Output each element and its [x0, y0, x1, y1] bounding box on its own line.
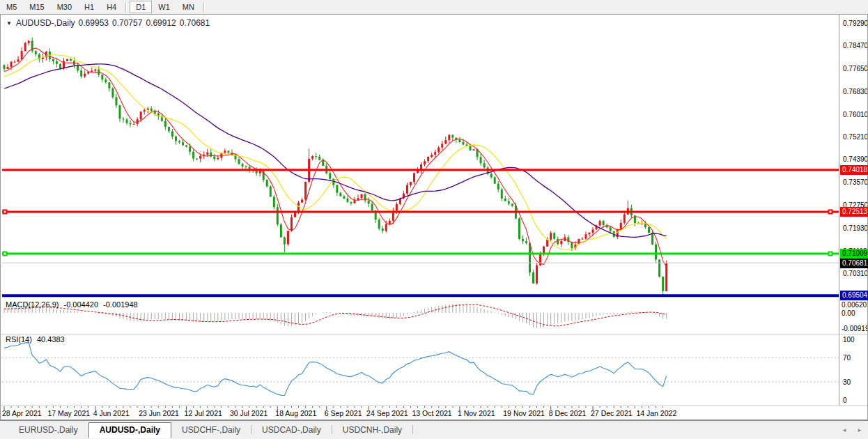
- tab-scroll-arrows: ◄ ►: [833, 427, 862, 433]
- svg-text:0.76010: 0.76010: [843, 111, 868, 118]
- macd-main-value: -0.004420: [63, 300, 98, 309]
- rsi-indicator-label: RSI(14) 40.4383: [6, 335, 68, 344]
- tab-audusd-daily[interactable]: AUDUSD-,Daily: [88, 422, 171, 438]
- timeframe-button-m30[interactable]: M30: [51, 1, 78, 13]
- rsi-name: RSI(14): [6, 335, 32, 344]
- svg-text:23 Jun 2021: 23 Jun 2021: [139, 409, 179, 417]
- svg-text:0.77650: 0.77650: [843, 65, 868, 72]
- svg-text:0.71930: 0.71930: [843, 224, 868, 232]
- chart-title: ▼ AUDUSD-,Daily 0.69953 0.70757 0.69912 …: [6, 18, 213, 28]
- price-label-resistance-lower: 0.72513: [840, 207, 868, 217]
- tab-usdcnh-daily[interactable]: USDCNH-,Daily: [332, 424, 412, 437]
- timeframe-button-d1[interactable]: D1: [130, 1, 152, 13]
- chart-tab-bar: EURUSD-,Daily AUDUSD-,Daily USDCHF-,Dail…: [0, 420, 868, 439]
- svg-text:28 Apr 2021: 28 Apr 2021: [2, 409, 42, 417]
- chart-canvas[interactable]: 0.792900.784700.776500.768300.760100.752…: [0, 14, 868, 420]
- svg-text:14 Jan 2022: 14 Jan 2022: [636, 409, 676, 417]
- ohlc-close: 0.70681: [180, 18, 210, 28]
- svg-text:0.76830: 0.76830: [843, 88, 868, 95]
- svg-text:100: 100: [843, 336, 855, 344]
- svg-text:30 Jul 2021: 30 Jul 2021: [230, 409, 268, 417]
- svg-text:6 Sep 2021: 6 Sep 2021: [325, 409, 362, 417]
- svg-text:0: 0: [843, 396, 847, 404]
- toolbar-separator: [125, 2, 127, 13]
- tab-separator: [412, 425, 413, 434]
- ohlc-low: 0.69912: [146, 18, 176, 28]
- svg-text:4 Jun 2021: 4 Jun 2021: [93, 409, 130, 417]
- price-label-support-green: 0.71009: [840, 249, 868, 259]
- macd-name: MACD(12,26,9): [6, 300, 59, 309]
- tab-usdchf-daily[interactable]: USDCHF-,Daily: [171, 424, 251, 437]
- svg-text:8 Dec 2021: 8 Dec 2021: [549, 409, 587, 417]
- svg-text:18 Aug 2021: 18 Aug 2021: [275, 409, 316, 417]
- symbol-dropdown-icon[interactable]: ▼: [6, 20, 12, 26]
- svg-text:0.70310: 0.70310: [843, 270, 868, 277]
- svg-text:-0.009197: -0.009197: [842, 325, 868, 332]
- svg-text:19 Nov 2021: 19 Nov 2021: [503, 409, 545, 417]
- svg-text:0.006201: 0.006201: [842, 301, 868, 309]
- macd-indicator-label: MACD(12,26,9) -0.004420 -0.001948: [6, 300, 141, 309]
- timeframe-button-h4[interactable]: H4: [100, 1, 123, 13]
- price-label-resistance-upper: 0.74018: [840, 165, 868, 175]
- ohlc-open: 0.69953: [79, 18, 109, 28]
- tab-scroll-left-icon[interactable]: ◄: [842, 427, 847, 433]
- svg-text:0.73570: 0.73570: [843, 178, 868, 186]
- svg-text:13 Oct 2021: 13 Oct 2021: [412, 409, 452, 417]
- svg-text:27 Dec 2021: 27 Dec 2021: [591, 409, 633, 417]
- svg-text:17 May 2021: 17 May 2021: [47, 409, 90, 417]
- svg-text:12 Jul 2021: 12 Jul 2021: [185, 409, 222, 417]
- price-label-current-price: 0.70681: [840, 259, 868, 268]
- timeframe-button-h1[interactable]: H1: [78, 1, 100, 13]
- svg-text:70: 70: [843, 354, 851, 362]
- toolbar-separator: [203, 2, 205, 13]
- svg-text:1 Nov 2021: 1 Nov 2021: [458, 409, 495, 417]
- timeframe-button-m15[interactable]: M15: [23, 1, 50, 13]
- svg-text:24 Sep 2021: 24 Sep 2021: [366, 409, 408, 417]
- tab-usdcad-daily[interactable]: USDCAD-,Daily: [251, 424, 332, 437]
- price-label-support-blue: 0.69504: [840, 291, 868, 300]
- macd-signal-value: -0.001948: [103, 300, 138, 309]
- svg-text:0.78470: 0.78470: [843, 42, 868, 49]
- svg-text:0.79290: 0.79290: [843, 20, 868, 27]
- ohlc-high: 0.70757: [112, 18, 142, 28]
- timeframe-button-m5[interactable]: M5: [0, 1, 23, 13]
- rsi-value: 40.4383: [37, 335, 65, 344]
- svg-text:0.75210: 0.75210: [843, 133, 868, 141]
- svg-text:30: 30: [843, 378, 851, 386]
- tab-eurusd-daily[interactable]: EURUSD-,Daily: [8, 424, 88, 437]
- tab-scroll-right-icon[interactable]: ►: [857, 427, 862, 433]
- timeframe-button-w1[interactable]: W1: [152, 1, 176, 13]
- timeframe-button-mn[interactable]: MN: [176, 1, 201, 13]
- svg-text:0.74390: 0.74390: [843, 155, 868, 163]
- chart-symbol-period: AUDUSD-,Daily: [16, 18, 75, 28]
- timeframe-toolbar: M5 M15 M30 H1 H4 D1 W1 MN: [0, 0, 868, 14]
- svg-text:0.00: 0.00: [842, 309, 855, 317]
